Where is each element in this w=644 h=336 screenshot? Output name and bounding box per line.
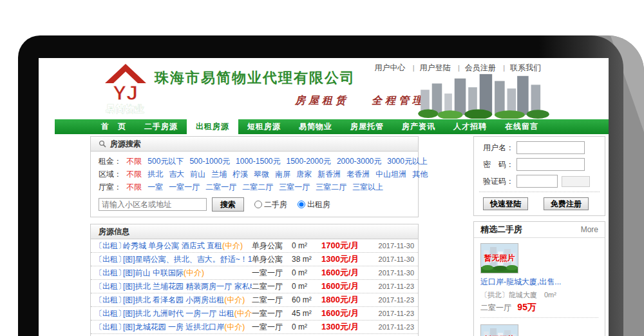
screenshot-canvas: YJ 易简物业 珠海市易简物业代理有限公司 房屋租赁 全程管理 用户中心 用户登… — [0, 0, 644, 336]
listing-title-text[interactable]: [图]拱北 九洲时代 一房一厅 出租 — [123, 309, 234, 318]
filter-option[interactable]: 其他 — [412, 170, 428, 179]
filter-option[interactable]: 1500-2000元 — [286, 157, 330, 166]
listing-title-link[interactable]: [图]前山 中联国际(中介) — [123, 268, 252, 279]
nav-item[interactable]: 出租房源 — [187, 119, 238, 134]
listing-price: 1300元/月 — [321, 253, 372, 265]
filter-option[interactable]: 中山坦洲 — [375, 170, 406, 179]
filter-option[interactable]: 一室一厅 — [169, 183, 200, 192]
captcha-field[interactable] — [516, 175, 558, 188]
search-box-title: 房源搜索 — [110, 137, 141, 151]
listing-category-link[interactable]: 〔出租〕 — [95, 308, 123, 319]
radio-rental[interactable]: 出租房 — [298, 199, 330, 210]
filter-option[interactable]: 1000-1500元 — [236, 157, 280, 166]
featured-box: 精选二手房 More — [473, 221, 605, 336]
nav-item[interactable]: 房屋托管 — [341, 119, 393, 134]
featured-title: 精选二手房 — [480, 222, 522, 237]
filter-option[interactable]: 拱北 — [147, 170, 163, 179]
filter-option[interactable]: 不限 — [126, 157, 142, 166]
listing-category-link[interactable]: 〔出租〕 — [95, 241, 123, 252]
featured-item-title-link[interactable]: 近口岸-龍城大廈,出售... — [480, 277, 598, 288]
listing-title-text[interactable]: [图]星晴公寓、拱北、吉大。舒适~！1200元 — [123, 255, 252, 264]
listing-title-text[interactable]: [图]拱北 看泽名园 小两房出租 — [123, 295, 224, 304]
listing-category-link[interactable]: 〔出租〕 — [95, 322, 123, 333]
radio-secondhand-input[interactable] — [254, 201, 262, 208]
filter-option[interactable]: 不限 — [126, 183, 142, 192]
listing-room-type: 一室一厅 — [252, 308, 292, 319]
filter-option[interactable]: 兰埔 — [211, 170, 227, 179]
filter-rows: 租金： 不限500元以下500-1000元1000-1500元1500-2000… — [99, 155, 410, 193]
listing-area: 38 m² — [292, 255, 321, 264]
listing-price: 1700元/月 — [321, 240, 372, 252]
nav-item[interactable]: 房产资讯 — [393, 119, 444, 134]
nav-item[interactable]: 二手房源 — [135, 119, 187, 134]
quick-login-button[interactable]: 快速登陆 — [483, 197, 528, 210]
listing-price: 1600元/月 — [321, 281, 372, 292]
filter-option[interactable]: 三室以上 — [352, 183, 383, 192]
listing-title-text[interactable]: [图]前山 中联国际 — [123, 268, 184, 277]
listing-title-link[interactable]: [图]拱北 兰埔花园 精装两房一厅 家私电齐全...(中介) — [123, 281, 252, 292]
listing-area: 0 m² — [292, 241, 321, 250]
password-field[interactable] — [516, 158, 585, 171]
nav-item[interactable]: 短租房源 — [238, 119, 290, 134]
nav-item[interactable]: 首 页 — [92, 119, 135, 134]
listing-title-link[interactable]: [图]拱北 九洲时代 一房一厅 出租(中介) — [123, 308, 252, 319]
filter-option[interactable]: 三室一厅 — [279, 183, 310, 192]
listing-category-link[interactable]: 〔出租〕 — [95, 281, 123, 292]
listing-date: 2017-11-23 — [372, 296, 414, 304]
keyword-input[interactable] — [99, 198, 207, 211]
filter-option[interactable]: 吉大 — [169, 170, 184, 179]
filter-option[interactable]: 柠溪 — [232, 170, 248, 179]
listing-agent-tag: (中介) — [234, 309, 252, 318]
listing-category-link[interactable]: 〔出租〕 — [95, 254, 123, 265]
radio-secondhand[interactable]: 二手房 — [254, 199, 287, 210]
filter-option[interactable]: 3000元以上 — [387, 157, 428, 166]
nav-item[interactable]: 人才招聘 — [444, 119, 496, 134]
listing-agent-tag: (中介) — [222, 241, 243, 250]
filter-row: 区域： 不限拱北吉大前山兰埔柠溪翠微南屏唐家新香洲老香洲中山坦洲其他 — [99, 168, 410, 181]
filter-option[interactable]: 南屏 — [275, 170, 290, 179]
listing-title-link[interactable]: [图]星晴公寓、拱北、吉大。舒适~！1200元(中介) — [123, 254, 252, 265]
listing-title-text[interactable]: [图]龙城花园 一房 近拱北口岸 — [123, 322, 224, 331]
filter-option[interactable]: 二室二厅 — [242, 183, 273, 192]
filter-options: 不限500元以下500-1000元1000-1500元1500-2000元200… — [126, 157, 433, 166]
listing-row: 〔出租〕 [图]前山 中联国际(中介) 一室一厅 0 m² 1600元/月 20… — [91, 266, 418, 280]
filter-option[interactable]: 2000-3000元 — [337, 157, 381, 166]
listing-category-link[interactable]: 〔出租〕 — [95, 268, 123, 279]
filter-option[interactable]: 不限 — [126, 170, 142, 179]
username-field[interactable] — [516, 141, 585, 154]
filter-option[interactable]: 翠微 — [254, 170, 269, 179]
nav-item[interactable]: 在线留言 — [496, 119, 547, 134]
filter-option[interactable]: 新香洲 — [317, 170, 341, 179]
featured-item: 暂无照片 好房出售 〔吉大〕金色丁香 200m² — [474, 319, 605, 336]
filter-label: 区域： — [99, 170, 122, 179]
listing-title-text[interactable]: [图]拱北 兰埔花园 精装两房一厅 家私电齐全... — [123, 282, 252, 291]
user-link[interactable]: 用户中心 — [374, 63, 405, 72]
listing-title-link[interactable]: 岭秀城 单身公寓 酒店式 直租(中介) — [123, 241, 252, 252]
filter-option[interactable]: 500元以下 — [147, 157, 184, 166]
listing-date: 2017-11-30 — [372, 242, 414, 250]
featured-more-link[interactable]: More — [581, 222, 598, 237]
filter-option[interactable]: 三室二厅 — [316, 183, 346, 192]
password-row: 密 码： — [474, 158, 605, 171]
search-button[interactable]: 搜索 — [212, 197, 244, 212]
listing-title-link[interactable]: [图]龙城花园 一房 近拱北口岸(中介) — [123, 322, 252, 333]
filter-option[interactable]: 老香洲 — [346, 170, 370, 179]
radio-rental-input[interactable] — [298, 201, 305, 208]
listing-title-text[interactable]: 岭秀城 单身公寓 酒店式 直租 — [123, 241, 222, 250]
divider — [479, 192, 600, 192]
property-photo[interactable]: 暂无照片 — [480, 243, 518, 273]
nav-item[interactable]: 易简物业 — [290, 119, 341, 134]
featured-item: 暂无照片 近口岸-龍城大廈,出售... 〔拱北〕龍城大廈 0m² 二室一厅 95… — [474, 238, 605, 319]
filter-option[interactable]: 前山 — [190, 170, 205, 179]
company-name: 珠海市易简物业代理有限公司 — [155, 68, 355, 88]
filter-option[interactable]: 二室一厅 — [205, 183, 236, 192]
listing-category-link[interactable]: 〔出租〕 — [95, 295, 123, 306]
free-register-button[interactable]: 免费注册 — [544, 197, 589, 210]
listing-room-type: 二室一厅 — [252, 281, 292, 292]
listing-row: 〔出租〕 [图]星晴公寓、拱北、吉大。舒适~！1200元(中介) 单身公寓 38… — [91, 253, 418, 266]
property-photo[interactable]: 暂无照片 — [480, 324, 518, 336]
listing-title-link[interactable]: [图]拱北 看泽名园 小两房出租(中介) — [123, 295, 252, 306]
filter-option[interactable]: 500-1000元 — [189, 157, 230, 166]
filter-option[interactable]: 一室 — [147, 183, 163, 192]
filter-option[interactable]: 唐家 — [296, 170, 312, 179]
